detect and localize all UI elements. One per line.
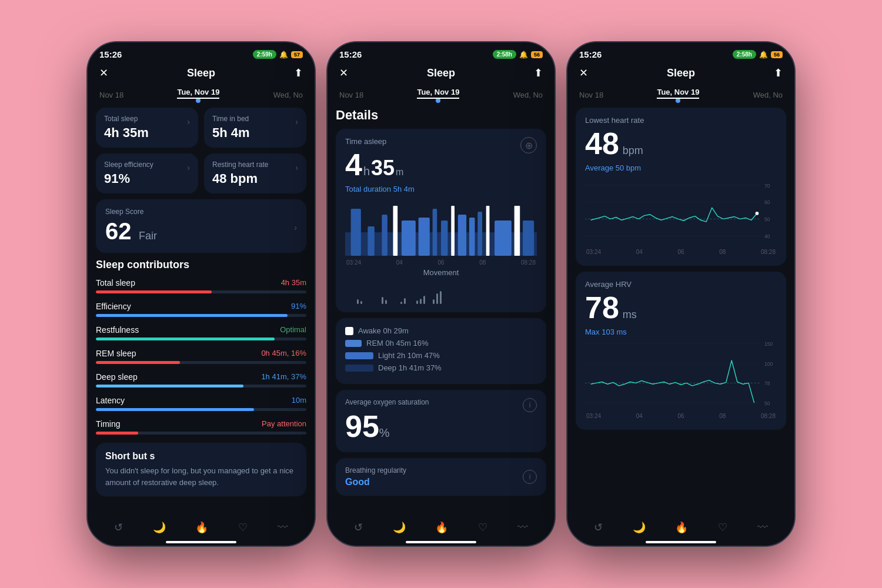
sleep-score-label: Sleep Score — [105, 208, 157, 216]
hrv-chart: 150 100 78 50 03:2404060808:28 — [585, 336, 777, 419]
sleep-score-card[interactable]: Sleep Score 62 Fair › — [96, 199, 306, 253]
time-in-bed-card[interactable]: Time in bed 5h 4m › — [204, 108, 306, 148]
tab-next-2[interactable]: Wed, No — [513, 91, 543, 99]
legend-label-light: Light 2h 10m 47% — [378, 351, 440, 360]
tab-next-3[interactable]: Wed, No — [753, 91, 783, 99]
add-icon[interactable]: ⊕ — [520, 137, 537, 153]
movement-chart — [345, 280, 537, 304]
nav-icon-trends-3[interactable]: 〰 — [757, 522, 768, 534]
time-minutes: 35 — [371, 156, 395, 181]
share-button-3[interactable]: ⬆ — [774, 66, 783, 79]
page-title-2: Sleep — [427, 67, 455, 79]
summary-cards-row2: Sleep efficiency 91% › Resting heart rat… — [96, 153, 306, 193]
svg-rect-11 — [469, 218, 475, 256]
battery-2: 56 — [531, 51, 543, 58]
resting-hr-label: Resting heart rate — [212, 161, 268, 169]
contributor-latency: Latency 10m — [96, 396, 306, 411]
summary-card: Short but s You didn't sleep for long, b… — [96, 443, 306, 496]
svg-rect-15 — [514, 206, 520, 256]
nav-icon-heart-3[interactable]: ♡ — [718, 521, 727, 534]
breathing-label: Breathing regularity — [345, 466, 406, 475]
battery-3: 56 — [771, 51, 783, 58]
chart-time-labels: 03:2404060808:28 — [345, 259, 537, 266]
hrv-time-labels: 03:2404060808:28 — [585, 413, 777, 419]
legend-awake: Awake 0h 29m — [345, 326, 537, 335]
nav-icon-trends[interactable]: 〰 — [278, 522, 288, 534]
nav-icon-vitals-2[interactable]: 🔥 — [435, 521, 448, 534]
nav-indicator-1 — [196, 98, 201, 103]
svg-rect-16 — [523, 220, 534, 256]
bottom-nav-1: ↺ 🌙 🔥 ♡ 〰 — [88, 515, 315, 537]
nav-icon-trends-2[interactable]: 〰 — [517, 522, 528, 534]
legend-deep: Deep 1h 41m 37% — [345, 363, 537, 372]
legend-dot-light — [345, 352, 373, 359]
oxygen-label: Average oxygen saturation — [345, 398, 429, 406]
time-in-bed-value: 5h 4m — [212, 125, 250, 141]
nav-icon-vitals-3[interactable]: 🔥 — [675, 521, 688, 534]
resting-hr-card[interactable]: Resting heart rate 48 bpm › — [204, 153, 306, 193]
svg-text:78: 78 — [764, 380, 770, 386]
close-button-3[interactable]: ✕ — [579, 66, 588, 79]
info-icon-breathing[interactable]: i — [523, 470, 537, 484]
resting-hr-value: 48 bpm — [212, 171, 268, 186]
sound-icon-1: 🔔 — [279, 51, 288, 59]
tab-next-1[interactable]: Wed, No — [273, 91, 303, 99]
contributor-name: Latency — [96, 396, 125, 405]
sleep-efficiency-label: Sleep efficiency — [104, 161, 153, 169]
sleep-efficiency-card[interactable]: Sleep efficiency 91% › — [96, 153, 198, 193]
sleep-stage-chart: 03:2404060808:28 — [345, 197, 537, 266]
nav-icon-activity-3[interactable]: ↺ — [594, 521, 603, 534]
nav-icon-sleep-2[interactable]: 🌙 — [393, 521, 406, 534]
sleep-score-value: 62 — [105, 218, 132, 244]
svg-rect-4 — [393, 206, 398, 256]
hrv-card: Average HRV 78 ms Max 103 ms — [576, 272, 786, 430]
tab-active-1[interactable]: Tue, Nov 19 — [177, 88, 219, 99]
time-asleep-card: Time asleep 4 h 35 m Total duration 5h 4… — [336, 129, 546, 312]
timer-pill-1: 2:59h — [253, 50, 276, 59]
nav-icon-sleep[interactable]: 🌙 — [153, 521, 166, 534]
nav-icon-heart-2[interactable]: ♡ — [478, 521, 487, 534]
contributor-value: 10m — [292, 396, 306, 405]
nav-icon-sleep-3[interactable]: 🌙 — [633, 521, 646, 534]
nav-icon-vitals[interactable]: 🔥 — [195, 521, 208, 534]
contributor-deep: Deep sleep 1h 41m, 37% — [96, 372, 306, 387]
nav-icon-activity-2[interactable]: ↺ — [354, 521, 363, 534]
close-button-1[interactable]: ✕ — [99, 66, 108, 79]
nav-icon-activity[interactable]: ↺ — [114, 521, 123, 534]
contributor-name: Total sleep — [96, 278, 135, 288]
chevron-icon: › — [187, 117, 190, 126]
share-button-1[interactable]: ⬆ — [294, 66, 303, 79]
battery-1: 57 — [291, 51, 303, 58]
contributors-title: Sleep contributors — [96, 259, 306, 271]
total-sleep-card[interactable]: Total sleep 4h 35m › — [96, 108, 198, 148]
chevron-icon4: › — [295, 163, 298, 172]
tab-active-2[interactable]: Tue, Nov 19 — [417, 88, 459, 99]
header-1: ✕ Sleep ⬆ — [88, 62, 315, 84]
summary-cards-row1: Total sleep 4h 35m › Time in bed 5h 4m › — [96, 108, 306, 148]
total-sleep-value: 4h 35m — [104, 125, 149, 141]
contributor-restfulness: Restfulness Optimal — [96, 325, 306, 340]
info-icon-oxygen[interactable]: i — [523, 398, 537, 412]
sound-icon-3: 🔔 — [759, 51, 768, 59]
summary-title: Short but s — [105, 451, 297, 462]
svg-text:60: 60 — [764, 199, 770, 205]
bottom-nav-2: ↺ 🌙 🔥 ♡ 〰 — [328, 515, 554, 537]
tab-prev-3[interactable]: Nov 18 — [579, 91, 603, 99]
nav-icon-heart[interactable]: ♡ — [238, 521, 248, 534]
legend-label-awake: Awake 0h 29m — [358, 326, 409, 335]
status-time-2: 15:26 — [339, 49, 362, 59]
tab-prev-2[interactable]: Nov 18 — [339, 91, 363, 99]
nav-indicator-2 — [436, 98, 440, 103]
nav-tabs-1: Nov 18 Tue, Nov 19 Wed, No — [88, 84, 315, 108]
phone-1: 15:26 2:59h 🔔 57 ✕ Sleep ⬆ Nov 18 Tue, N… — [86, 41, 316, 547]
contributor-value: 1h 41m, 37% — [261, 372, 306, 382]
close-button-2[interactable]: ✕ — [339, 66, 348, 79]
home-bar-3 — [646, 541, 716, 543]
chevron-icon5: › — [294, 223, 297, 232]
phones-container: 15:26 2:59h 🔔 57 ✕ Sleep ⬆ Nov 18 Tue, N… — [86, 41, 796, 547]
tab-active-3[interactable]: Tue, Nov 19 — [657, 88, 699, 99]
legend-dot-rem — [345, 340, 362, 347]
tab-prev-1[interactable]: Nov 18 — [99, 91, 123, 99]
share-button-2[interactable]: ⬆ — [534, 66, 543, 79]
breathing-value: Good — [345, 477, 406, 487]
